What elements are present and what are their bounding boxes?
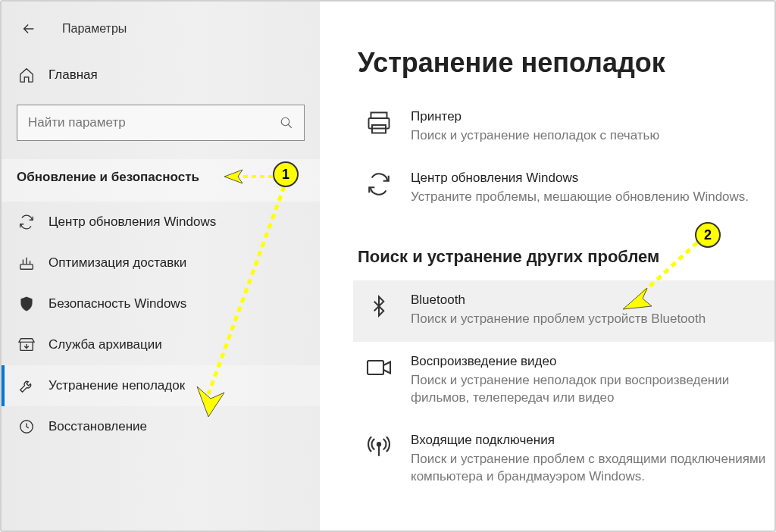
wrench-icon: [18, 377, 35, 394]
sync-icon: [18, 214, 35, 230]
item-desc: Поиск и устранение проблем устройств Blu…: [411, 311, 759, 328]
sidebar-item-recovery[interactable]: Восстановление: [2, 406, 320, 447]
video-icon: [365, 354, 393, 381]
svg-rect-3: [371, 113, 387, 119]
svg-point-0: [281, 117, 289, 126]
shield-icon: [18, 296, 35, 312]
app-title: Параметры: [62, 22, 127, 36]
troubleshoot-item-bluetooth[interactable]: Bluetooth Поиск и устранение проблем уст…: [353, 280, 774, 342]
backup-icon: [18, 336, 35, 353]
troubleshoot-item-windows-update[interactable]: Центр обновления Windows Устраните пробл…: [358, 158, 774, 220]
sidebar-section-header: Обновление и безопасность: [2, 159, 320, 202]
sidebar-item-label: Центр обновления Windows: [48, 214, 216, 230]
home-nav[interactable]: Главная: [2, 56, 320, 94]
troubleshoot-item-printer[interactable]: Принтер Поиск и устранение неполадок с п…: [358, 97, 774, 158]
annotation-badge-1: 1: [273, 161, 299, 187]
sidebar-item-backup[interactable]: Служба архивации: [2, 324, 320, 365]
svg-rect-6: [368, 361, 383, 374]
recovery-icon: [18, 418, 35, 435]
item-title: Bluetooth: [411, 293, 759, 308]
main-content: Устранение неполадок Принтер Поиск и уст…: [320, 2, 774, 530]
item-title: Центр обновления Windows: [411, 171, 774, 186]
sidebar-item-label: Оптимизация доставки: [48, 255, 186, 271]
sync-icon: [366, 171, 392, 197]
sidebar-item-label: Безопасность Windows: [48, 296, 186, 311]
antenna-icon: [366, 433, 392, 459]
item-title: Входящие подключения: [411, 433, 774, 448]
page-title: Устранение неполадок: [358, 47, 774, 79]
sidebar-item-troubleshoot[interactable]: Устранение неполадок: [2, 365, 320, 406]
back-arrow-icon: [20, 20, 37, 37]
sidebar-item-delivery-optimization[interactable]: Оптимизация доставки: [2, 243, 320, 283]
sub-header: Поиск и устранение других проблем: [358, 247, 774, 267]
annotation-badge-2: 2: [695, 222, 721, 248]
home-icon: [18, 67, 35, 83]
bluetooth-icon: [368, 295, 390, 318]
troubleshoot-item-video-playback[interactable]: Воспроизведение видео Поиск и устранение…: [358, 342, 774, 421]
item-title: Воспроизведение видео: [411, 354, 774, 369]
settings-window: Параметры Главная Обновление и безопасно…: [0, 0, 776, 532]
sidebar-item-label: Восстановление: [48, 419, 147, 434]
item-desc: Поиск и устранение проблем с входящими п…: [411, 451, 774, 486]
svg-point-7: [377, 443, 380, 446]
item-desc: Поиск и устранение неполадок при воспрои…: [411, 372, 774, 407]
sidebar: Параметры Главная Обновление и безопасно…: [2, 2, 320, 530]
home-label: Главная: [48, 67, 98, 83]
svg-rect-1: [20, 264, 33, 269]
back-button[interactable]: [17, 17, 41, 41]
optimization-icon: [18, 255, 35, 271]
printer-icon: [365, 109, 393, 136]
item-title: Принтер: [411, 109, 774, 124]
search-box[interactable]: [17, 105, 305, 141]
troubleshoot-item-incoming-connections[interactable]: Входящие подключения Поиск и устранение …: [358, 421, 774, 499]
item-desc: Устраните проблемы, мешающие обновлению …: [411, 189, 774, 206]
sidebar-item-windows-security[interactable]: Безопасность Windows: [2, 283, 320, 324]
item-desc: Поиск и устранение неполадок с печатью: [411, 127, 774, 145]
sidebar-item-label: Устранение неполадок: [48, 378, 185, 393]
search-input[interactable]: [28, 115, 280, 130]
sidebar-item-label: Служба архивации: [48, 337, 162, 352]
search-icon: [280, 116, 293, 130]
topbar: Параметры: [2, 8, 320, 56]
sidebar-item-windows-update[interactable]: Центр обновления Windows: [2, 202, 320, 243]
